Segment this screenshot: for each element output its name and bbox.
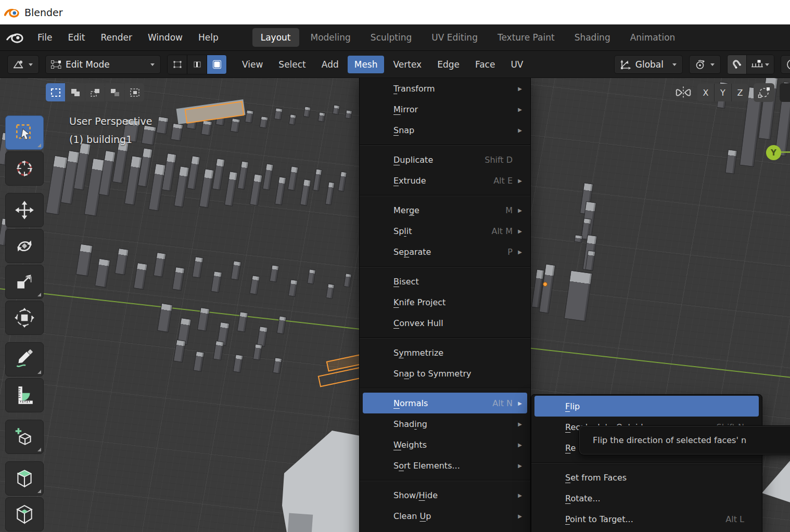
- menu-item-label: Convex Hull: [393, 318, 513, 328]
- gizmo-y-axis-ball[interactable]: Y: [766, 145, 781, 160]
- tool-tweak-select[interactable]: [5, 115, 44, 150]
- menu-item-label: Shading: [393, 419, 513, 429]
- mesh-menu-item-duplicate[interactable]: DuplicateShift D: [363, 149, 527, 170]
- menu-window[interactable]: Window: [140, 28, 190, 47]
- mesh-menu-item-mirror[interactable]: Mirror▶: [363, 99, 527, 120]
- mesh-menu-item-snap-to-symmetry[interactable]: Snap to Symmetry: [363, 363, 527, 384]
- extrude-region-icon: [14, 468, 35, 489]
- editor-type-button[interactable]: [7, 55, 39, 74]
- mirror-butterfly-icon[interactable]: [674, 85, 692, 100]
- menu-render[interactable]: Render: [93, 28, 140, 47]
- header-menu-vertex[interactable]: Vertex: [386, 56, 428, 73]
- building: [345, 110, 352, 119]
- mirror-axis-y-button[interactable]: Y: [715, 84, 732, 101]
- submenu-arrow-icon: ▶: [515, 492, 522, 498]
- mesh-menu-item-split[interactable]: SplitAlt M▶: [363, 220, 527, 241]
- tab-shading[interactable]: Shading: [566, 28, 619, 47]
- tab-texture-paint[interactable]: Texture Paint: [489, 28, 563, 47]
- mesh-menu-item-snap[interactable]: Snap▶: [363, 120, 527, 140]
- viewport-header: Edit Mode: [0, 51, 790, 78]
- chevron-down-icon: [150, 63, 155, 66]
- building: [259, 116, 268, 128]
- mesh-menu-item-clean-up[interactable]: Clean Up▶: [363, 505, 527, 526]
- tool-annotate[interactable]: [5, 342, 44, 377]
- normals-submenu-item-flip[interactable]: Flip: [534, 396, 759, 417]
- mirror-axis-z-button[interactable]: Z: [732, 84, 748, 101]
- mode-label: Edit Mode: [66, 59, 146, 70]
- submenu-arrow-icon: ▶: [515, 207, 522, 213]
- mesh-menu-item-bisect[interactable]: Bisect: [363, 271, 527, 292]
- face-select-mode-button[interactable]: [207, 55, 226, 74]
- pivot-point-dropdown[interactable]: [689, 55, 721, 74]
- tool-transform[interactable]: [5, 301, 44, 335]
- header-menu-edge[interactable]: Edge: [430, 56, 466, 73]
- chevron-down-icon: [29, 63, 33, 66]
- menu-separator: [360, 266, 530, 267]
- header-menu-face[interactable]: Face: [468, 56, 502, 73]
- tool-cursor-3d[interactable]: [5, 151, 44, 186]
- mesh-menu-item-convex-hull[interactable]: Convex Hull: [363, 313, 527, 333]
- tool-extrude-region[interactable]: [5, 461, 44, 496]
- header-menu-select[interactable]: Select: [272, 56, 312, 73]
- window-titlebar: Blender: [0, 0, 790, 24]
- select-mode-extend[interactable]: [66, 83, 85, 101]
- header-menu-mesh[interactable]: Mesh: [348, 56, 385, 73]
- tab-modeling[interactable]: Modeling: [302, 28, 359, 47]
- tool-scale[interactable]: [5, 265, 44, 299]
- tool-rotate[interactable]: [5, 229, 44, 263]
- mesh-menu-item-show-hide[interactable]: Show/Hide▶: [363, 485, 527, 505]
- proportional-editing-icon: [786, 58, 790, 71]
- building: [326, 283, 335, 299]
- mesh-menu-item-transform[interactable]: Transform▶: [363, 78, 527, 99]
- mesh-menu-item-separate[interactable]: SeparateP▶: [363, 241, 527, 262]
- snap-toggle-button[interactable]: [728, 55, 747, 74]
- mesh-menu-item-shading[interactable]: Shading▶: [363, 413, 527, 434]
- mesh-menu-item-merge[interactable]: MergeM▶: [363, 200, 527, 220]
- building: [307, 269, 316, 284]
- edge-select-mode-button[interactable]: [187, 55, 207, 74]
- tool-add-cube[interactable]: [5, 420, 44, 454]
- select-mode-intersect[interactable]: [125, 83, 144, 101]
- building: [325, 181, 335, 205]
- menu-edit[interactable]: Edit: [60, 28, 93, 47]
- proportional-editing-button[interactable]: [781, 55, 790, 74]
- mesh-menu-item-symmetrize[interactable]: Symmetrize: [363, 342, 527, 363]
- mesh-menu-item-sort-elements[interactable]: Sort Elements...▶: [363, 455, 527, 476]
- vertex-select-mode-button[interactable]: [168, 55, 187, 74]
- header-menu-add[interactable]: Add: [315, 56, 346, 73]
- mesh-menu-item-extrude[interactable]: ExtrudeAlt E▶: [363, 170, 527, 191]
- mesh-menu-item-knife-project[interactable]: Knife Project: [363, 292, 527, 313]
- proportional-falloff-button[interactable]: [754, 83, 774, 102]
- snap-to-dropdown[interactable]: [747, 55, 774, 74]
- mirror-axis-x-button[interactable]: X: [697, 84, 715, 101]
- tab-layout[interactable]: Layout: [252, 28, 299, 47]
- normals-submenu-item-rotate[interactable]: Rotate...: [534, 488, 759, 509]
- menu-file[interactable]: File: [30, 28, 60, 47]
- mesh-menu-item-weights[interactable]: Weights▶: [363, 434, 527, 455]
- select-mode-subtract[interactable]: [85, 83, 105, 101]
- menu-help[interactable]: Help: [190, 28, 226, 47]
- mesh-menu-item-normals[interactable]: NormalsAlt N▶: [363, 393, 527, 413]
- tab-animation[interactable]: Animation: [622, 28, 684, 47]
- header-menu-uv[interactable]: UV: [504, 56, 530, 73]
- building: [318, 112, 326, 122]
- building: [187, 155, 200, 190]
- header-menu-view[interactable]: View: [235, 56, 270, 73]
- normals-submenu-item-set-from-faces[interactable]: Set from Faces: [534, 467, 759, 488]
- header-seam: [0, 77, 790, 78]
- editor-3d-viewport-icon: [12, 59, 24, 70]
- transform-orientation-dropdown[interactable]: Global: [614, 55, 683, 74]
- tab-sculpting[interactable]: Sculpting: [362, 28, 420, 47]
- submenu-arrow-icon: ▶: [515, 513, 522, 519]
- clipped-header-button[interactable]: [780, 83, 790, 102]
- select-mode-invert[interactable]: [105, 83, 124, 101]
- tool-measure[interactable]: [5, 378, 44, 412]
- tool-inset-faces[interactable]: [5, 497, 44, 531]
- building: [249, 275, 260, 295]
- blender-app-icon[interactable]: [6, 31, 23, 44]
- mode-dropdown[interactable]: Edit Mode: [45, 55, 161, 74]
- select-mode-set[interactable]: [46, 83, 65, 101]
- tab-uv-editing[interactable]: UV Editing: [423, 28, 486, 47]
- normals-submenu-item-point-to-target[interactable]: Point to Target...Alt L: [534, 509, 759, 529]
- tool-move[interactable]: [5, 193, 44, 227]
